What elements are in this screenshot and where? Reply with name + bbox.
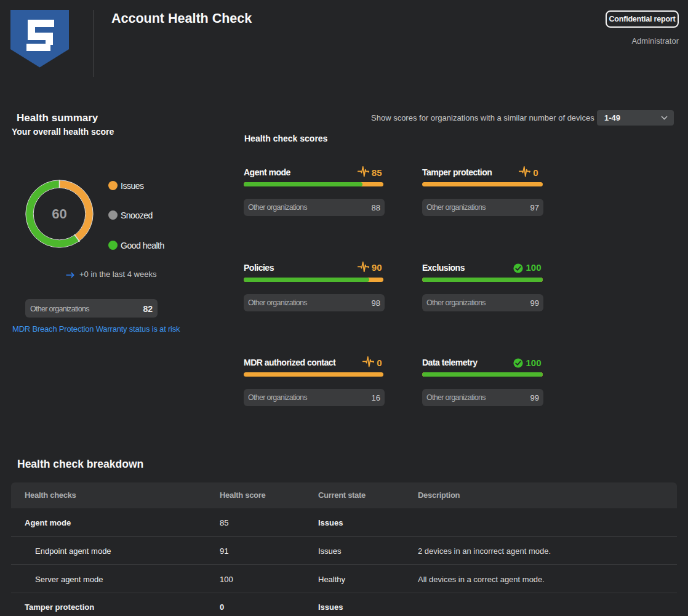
svg-text:60: 60 (52, 206, 66, 222)
